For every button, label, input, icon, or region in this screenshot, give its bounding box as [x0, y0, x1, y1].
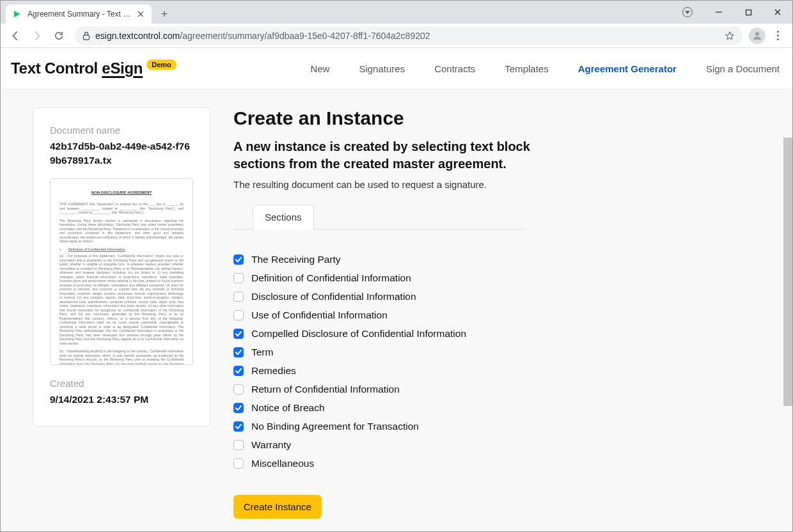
- section-label: Notice of Breach: [251, 402, 325, 414]
- browser-tab[interactable]: Agreement Summary - Text Cont: [6, 4, 152, 24]
- checkbox[interactable]: [233, 384, 244, 395]
- list-item: The Receiving Party: [233, 254, 758, 265]
- lock-icon: [82, 31, 90, 40]
- main-panel: Create an Instance A new instance is cre…: [233, 107, 758, 531]
- section-label: Miscellaneous: [251, 458, 314, 469]
- section-label: No Binding Agreement for Transaction: [251, 421, 419, 432]
- doc-name-value: 42b17d5b-0ab2-449e-a542-f769b678917a.tx: [50, 139, 193, 167]
- created-label: Created: [50, 378, 193, 389]
- url-text: esign.textcontrol.com/agreement/summary/…: [95, 31, 719, 41]
- forward-button[interactable]: [27, 26, 47, 45]
- list-item: Definition of Confidential Information: [233, 272, 758, 284]
- sections-list: The Receiving Party Definition of Confid…: [233, 254, 758, 469]
- section-label: Disclosure of Confidential Information: [251, 291, 416, 302]
- document-preview[interactable]: NON-DISCLOSURE AGREEMENT THIS AGREEMENT …: [50, 178, 193, 365]
- list-item: Miscellaneous: [233, 458, 758, 469]
- section-label: Warranty: [251, 439, 291, 451]
- browser-toolbar: esign.textcontrol.com/agreement/summary/…: [1, 24, 792, 48]
- brand-text-1: Text Control: [11, 59, 102, 77]
- minimize-button[interactable]: [704, 3, 734, 22]
- checkbox[interactable]: [233, 292, 244, 302]
- section-label: Term: [251, 347, 273, 358]
- profile-indicator-icon[interactable]: [682, 7, 693, 17]
- doc-name-label: Document name: [50, 125, 193, 136]
- page-subtext: The resulting document can be used to re…: [233, 179, 758, 190]
- browser-chrome: Agreement Summary - Text Cont +: [1, 1, 792, 48]
- maximize-button[interactable]: [734, 3, 763, 22]
- list-item: Disclosure of Confidential Information: [233, 291, 758, 302]
- checkbox[interactable]: [233, 254, 244, 265]
- section-label: Remedies: [251, 365, 296, 377]
- doc-preview-title: NON-DISCLOSURE AGREEMENT: [59, 191, 184, 196]
- checkbox[interactable]: [233, 440, 244, 450]
- nav-sign-document[interactable]: Sign a Document: [706, 63, 780, 74]
- brand-text-2: eSign: [102, 59, 143, 77]
- list-item: Use of Confidential Information: [233, 309, 758, 321]
- tabs-row: Sections: [233, 204, 524, 230]
- tab-strip: Agreement Summary - Text Cont +: [1, 1, 792, 24]
- demo-badge: Demo: [146, 59, 177, 70]
- close-tab-icon[interactable]: [136, 10, 145, 19]
- section-label: Definition of Confidential Information: [251, 272, 411, 284]
- tab-title: Agreement Summary - Text Cont: [27, 10, 131, 19]
- new-tab-button[interactable]: +: [155, 5, 173, 23]
- content-area: Document name 42b17d5b-0ab2-449e-a542-f7…: [1, 90, 792, 531]
- list-item: Compelled Disclosure of Confidential Inf…: [233, 328, 758, 340]
- list-item: Warranty: [233, 439, 758, 451]
- brand-logo[interactable]: Text Control eSign: [11, 59, 143, 77]
- tab-sections[interactable]: Sections: [253, 205, 314, 230]
- list-item: No Binding Agreement for Transaction: [233, 421, 758, 432]
- checkbox[interactable]: [233, 421, 244, 432]
- window-controls: [682, 1, 792, 24]
- list-item: Notice of Breach: [233, 402, 758, 414]
- site-header: Text Control eSign Demo New Signatures C…: [1, 48, 792, 90]
- svg-point-8: [755, 32, 759, 36]
- star-icon[interactable]: [725, 31, 735, 41]
- checkbox[interactable]: [233, 366, 244, 376]
- document-card: Document name 42b17d5b-0ab2-449e-a542-f7…: [33, 107, 210, 426]
- checkbox[interactable]: [233, 310, 244, 320]
- svg-rect-4: [746, 10, 751, 15]
- browser-menu-button[interactable]: [768, 31, 787, 40]
- section-label: Compelled Disclosure of Confidential Inf…: [251, 328, 466, 340]
- checkbox[interactable]: [233, 347, 244, 357]
- page: Text Control eSign Demo New Signatures C…: [1, 48, 792, 531]
- nav-new[interactable]: New: [310, 63, 329, 74]
- page-lead: A new instance is created by selecting t…: [233, 138, 540, 173]
- nav-agreement-generator[interactable]: Agreement Generator: [578, 63, 677, 74]
- address-bar[interactable]: esign.textcontrol.com/agreement/summary/…: [75, 26, 742, 45]
- list-item: Term: [233, 347, 758, 358]
- svg-marker-0: [14, 11, 20, 17]
- list-item: Remedies: [233, 365, 758, 377]
- nav-templates[interactable]: Templates: [505, 63, 548, 74]
- page-title: Create an Instance: [233, 107, 758, 129]
- checkbox[interactable]: [233, 458, 244, 469]
- nav-signatures[interactable]: Signatures: [359, 63, 405, 74]
- create-instance-button[interactable]: Create Instance: [233, 495, 322, 519]
- svg-rect-7: [84, 35, 90, 40]
- profile-avatar[interactable]: [749, 27, 766, 44]
- list-item: Return of Confidential Information: [233, 384, 758, 395]
- section-label: The Receiving Party: [251, 254, 341, 265]
- section-label: Return of Confidential Information: [251, 384, 400, 395]
- checkbox[interactable]: [233, 329, 244, 339]
- section-label: Use of Confidential Information: [251, 309, 388, 321]
- nav-contracts[interactable]: Contracts: [434, 63, 475, 74]
- back-button[interactable]: [6, 26, 25, 45]
- reload-button[interactable]: [49, 26, 68, 45]
- main-nav: New Signatures Contracts Templates Agree…: [310, 63, 780, 74]
- scrollbar[interactable]: [783, 137, 792, 406]
- close-window-button[interactable]: [763, 3, 792, 22]
- checkbox[interactable]: [233, 403, 244, 413]
- created-value: 9/14/2021 2:43:57 PM: [50, 393, 193, 407]
- favicon-icon: [12, 9, 22, 19]
- checkbox[interactable]: [233, 273, 244, 283]
